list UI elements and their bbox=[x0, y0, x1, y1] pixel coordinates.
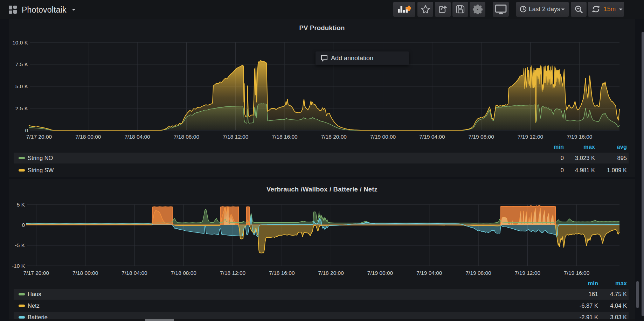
svg-text:7/17 20:00: 7/17 20:00 bbox=[26, 134, 52, 140]
svg-text:7/18 16:00: 7/18 16:00 bbox=[272, 134, 298, 140]
svg-text:7/18 00:00: 7/18 00:00 bbox=[75, 134, 101, 140]
svg-text:7/18 12:00: 7/18 12:00 bbox=[223, 134, 249, 140]
svg-text:7/18 16:00: 7/18 16:00 bbox=[269, 270, 295, 276]
svg-text:7/19 12:00: 7/19 12:00 bbox=[515, 270, 541, 276]
svg-text:7/18 04:00: 7/18 04:00 bbox=[124, 134, 150, 140]
svg-text:5.0 K: 5.0 K bbox=[15, 83, 28, 89]
svg-text:7/18 08:00: 7/18 08:00 bbox=[174, 134, 200, 140]
svg-text:7/19 04:00: 7/19 04:00 bbox=[419, 134, 445, 140]
svg-text:2.5 K: 2.5 K bbox=[15, 105, 28, 111]
svg-text:7/19 16:00: 7/19 16:00 bbox=[567, 134, 593, 140]
svg-text:7/19 08:00: 7/19 08:00 bbox=[469, 134, 494, 140]
svg-text:7/19 00:00: 7/19 00:00 bbox=[370, 134, 396, 140]
svg-text:7/19 04:00: 7/19 04:00 bbox=[416, 270, 442, 276]
svg-text:5 K: 5 K bbox=[17, 202, 25, 208]
svg-text:7/19 08:00: 7/19 08:00 bbox=[465, 270, 491, 276]
svg-text:7/18 20:00: 7/18 20:00 bbox=[321, 134, 347, 140]
svg-text:7/18 20:00: 7/18 20:00 bbox=[318, 270, 344, 276]
svg-text:7/19 12:00: 7/19 12:00 bbox=[518, 134, 543, 140]
svg-text:7/19 00:00: 7/19 00:00 bbox=[367, 270, 393, 276]
svg-text:7/18 00:00: 7/18 00:00 bbox=[72, 270, 98, 276]
svg-text:0: 0 bbox=[22, 222, 25, 228]
svg-text:7/18 12:00: 7/18 12:00 bbox=[220, 270, 246, 276]
svg-text:7/18 04:00: 7/18 04:00 bbox=[122, 270, 147, 276]
svg-text:10.0 K: 10.0 K bbox=[12, 40, 28, 46]
svg-text:7/19 16:00: 7/19 16:00 bbox=[564, 270, 590, 276]
svg-text:-10 K: -10 K bbox=[12, 263, 25, 269]
svg-text:-5 K: -5 K bbox=[15, 242, 25, 248]
svg-text:0: 0 bbox=[25, 127, 28, 133]
svg-text:7.5 K: 7.5 K bbox=[15, 61, 28, 67]
svg-text:7/18 08:00: 7/18 08:00 bbox=[171, 270, 197, 276]
svg-text:7/17 20:00: 7/17 20:00 bbox=[23, 270, 49, 276]
